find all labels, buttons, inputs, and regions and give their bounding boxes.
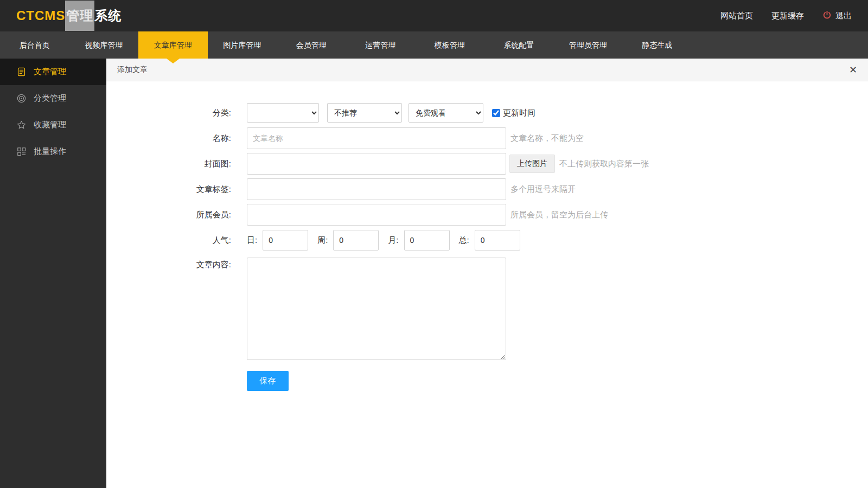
article-name-input[interactable] [247, 127, 506, 149]
category-controls: 不推荐 免费观看 更新时间 [247, 103, 535, 123]
content-panel: 添加文章 ✕ 分类: 不推荐 免费观看 [106, 59, 868, 488]
nav-tab-article-library[interactable]: 文章库管理 [138, 31, 208, 59]
logo-text-xitong: 系统 [94, 7, 122, 24]
popularity-row: 人气: 日: 周: 月: 总: [106, 229, 868, 251]
article-content-textarea[interactable] [247, 258, 506, 360]
cover-image-input[interactable] [247, 153, 506, 175]
total-popularity-input[interactable] [475, 230, 520, 251]
nav-tab-video-library[interactable]: 视频库管理 [69, 31, 139, 59]
tags-label: 文章标签: [106, 184, 231, 195]
month-popularity-input[interactable] [404, 230, 450, 251]
refresh-cache-link[interactable]: 更新缓存 [771, 11, 804, 21]
sidebar-item-label: 收藏管理 [34, 120, 66, 130]
app-logo: CTCMS管理系统 [16, 1, 122, 31]
tags-row: 文章标签: 多个用逗号来隔开 [106, 178, 868, 200]
day-popularity-input[interactable] [263, 230, 308, 251]
logout-label: 退出 [835, 11, 852, 21]
week-label: 周: [317, 235, 328, 246]
content-tab-add-article[interactable]: 添加文章 [117, 65, 148, 75]
nav-tab-dashboard[interactable]: 后台首页 [0, 31, 69, 59]
topbar-links: 网站首页 更新缓存 退出 [720, 10, 852, 21]
nav-tab-operations[interactable]: 运营管理 [346, 31, 416, 59]
save-button[interactable]: 保存 [247, 371, 289, 391]
star-icon [16, 120, 27, 130]
cover-hint: 不上传则获取内容第一张 [559, 159, 649, 169]
nav-tab-static-generate[interactable]: 静态生成 [623, 31, 692, 59]
logout-link[interactable]: 退出 [822, 10, 852, 21]
article-content-controls [247, 255, 506, 360]
nav-tab-admins[interactable]: 管理员管理 [553, 31, 623, 59]
content-tabbar: 添加文章 ✕ [106, 59, 868, 81]
logo-text-ctcms: CTCMS [16, 8, 65, 23]
nav-tab-image-library[interactable]: 图片库管理 [208, 31, 277, 59]
member-controls: 所属会员，留空为后台上传 [247, 204, 608, 226]
category-select[interactable] [247, 103, 319, 123]
popularity-controls: 日: 周: 月: 总: [247, 230, 520, 251]
member-label: 所属会员: [106, 210, 231, 220]
cover-label: 封面图: [106, 159, 231, 169]
month-label: 月: [388, 235, 398, 246]
upload-image-button[interactable]: 上传图片 [509, 155, 555, 173]
member-row: 所属会员: 所属会员，留空为后台上传 [106, 204, 868, 226]
article-tags-input[interactable] [247, 178, 506, 200]
main-area: 文章管理 分类管理 收藏管理 [0, 59, 868, 488]
nav-tab-system-config[interactable]: 系统配置 [484, 31, 554, 59]
power-icon [822, 10, 832, 21]
sidebar-item-label: 分类管理 [34, 93, 66, 104]
name-hint: 文章名称，不能为空 [510, 133, 584, 144]
nav-tab-templates[interactable]: 模板管理 [415, 31, 484, 59]
total-label: 总: [459, 235, 469, 246]
name-label: 名称: [106, 133, 231, 144]
tags-hint: 多个用逗号来隔开 [510, 184, 576, 195]
article-content-row: 文章内容: [106, 255, 868, 360]
owner-member-input[interactable] [247, 204, 506, 226]
sidebar-item-category-manage[interactable]: 分类管理 [0, 85, 106, 112]
add-article-form: 分类: 不推荐 免费观看 更新时间 [106, 81, 868, 391]
update-time-option: 更新时间 [492, 108, 535, 118]
popularity-label: 人气: [106, 235, 231, 246]
category-row: 分类: 不推荐 免费观看 更新时间 [106, 102, 868, 124]
close-icon[interactable]: ✕ [849, 65, 857, 75]
sidebar-item-favorites-manage[interactable]: 收藏管理 [0, 112, 106, 138]
member-hint: 所属会员，留空为后台上传 [510, 210, 608, 220]
name-controls: 文章名称，不能为空 [247, 127, 584, 149]
sidebar-item-batch-operations[interactable]: 批量操作 [0, 138, 106, 165]
day-label: 日: [247, 235, 257, 246]
sidebar-item-label: 文章管理 [34, 67, 66, 77]
topbar: CTCMS管理系统 网站首页 更新缓存 退出 [0, 0, 868, 31]
sidebar-item-label: 批量操作 [34, 146, 66, 157]
tags-controls: 多个用逗号来隔开 [247, 178, 576, 200]
recommend-select[interactable]: 不推荐 [327, 103, 402, 123]
week-popularity-input[interactable] [333, 230, 379, 251]
update-time-checkbox[interactable] [492, 109, 500, 117]
category-label: 分类: [106, 108, 231, 118]
sidebar: 文章管理 分类管理 收藏管理 [0, 59, 106, 488]
logo-text-guanli: 管理 [65, 1, 94, 31]
sidebar-item-article-manage[interactable]: 文章管理 [0, 59, 106, 85]
update-time-label: 更新时间 [503, 108, 535, 118]
cover-controls: 上传图片 不上传则获取内容第一张 [247, 153, 649, 175]
article-icon [16, 67, 27, 77]
cover-row: 封面图: 上传图片 不上传则获取内容第一张 [106, 153, 868, 175]
viewing-mode-select[interactable]: 免费观看 [409, 103, 483, 123]
batch-icon [16, 146, 27, 157]
category-icon [16, 93, 27, 104]
article-content-label: 文章内容: [106, 255, 231, 270]
site-home-link[interactable]: 网站首页 [720, 11, 753, 21]
nav-tab-members[interactable]: 会员管理 [277, 31, 346, 59]
name-row: 名称: 文章名称，不能为空 [106, 127, 868, 149]
main-nav: 后台首页 视频库管理 文章库管理 图片库管理 会员管理 运营管理 模板管理 系统… [0, 31, 868, 59]
